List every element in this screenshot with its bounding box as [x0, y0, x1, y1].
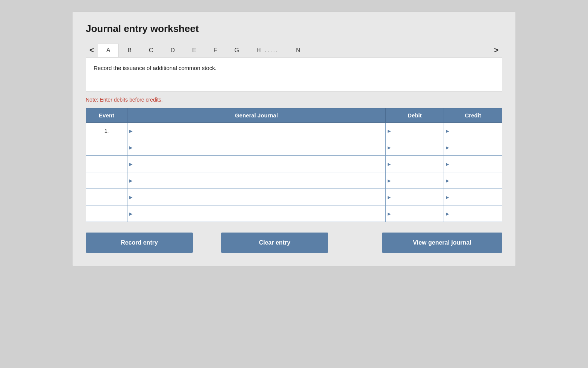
debit-input-6[interactable]	[388, 205, 441, 222]
credit-cell-3[interactable]	[444, 156, 502, 172]
journal-input-4[interactable]	[130, 172, 383, 189]
page-title: Journal entry worksheet	[86, 23, 502, 35]
debit-input-4[interactable]	[388, 172, 441, 189]
debit-cell-6[interactable]	[386, 205, 444, 222]
debit-cell-3[interactable]	[386, 156, 444, 172]
header-event: Event	[86, 108, 127, 123]
description-box: Record the issuance of additional common…	[86, 58, 502, 91]
credit-input-3[interactable]	[446, 156, 500, 172]
note-text: Note: Enter debits before credits.	[86, 97, 502, 103]
next-arrow[interactable]: >	[490, 43, 502, 58]
tab-e[interactable]: E	[183, 44, 205, 57]
credit-cell-1[interactable]	[444, 123, 502, 139]
table-row	[86, 172, 502, 189]
table-row	[86, 189, 502, 205]
header-credit: Credit	[444, 108, 502, 123]
table-row: 1.	[86, 123, 502, 139]
journal-cell-6[interactable]	[127, 205, 386, 222]
credit-input-1[interactable]	[446, 123, 500, 139]
credit-input-5[interactable]	[446, 189, 500, 205]
table-row	[86, 156, 502, 172]
tab-c[interactable]: C	[140, 44, 162, 57]
tab-h-dots[interactable]: H .....	[248, 44, 287, 57]
prev-arrow[interactable]: <	[86, 43, 98, 58]
debit-input-3[interactable]	[388, 156, 441, 172]
tab-b[interactable]: B	[119, 44, 140, 57]
debit-cell-5[interactable]	[386, 189, 444, 205]
credit-cell-4[interactable]	[444, 172, 502, 189]
header-journal: General Journal	[127, 108, 386, 123]
event-cell-4	[86, 172, 127, 189]
credit-cell-2[interactable]	[444, 139, 502, 156]
debit-cell-1[interactable]	[386, 123, 444, 139]
credit-input-6[interactable]	[446, 205, 500, 222]
journal-cell-3[interactable]	[127, 156, 386, 172]
journal-cell-1[interactable]	[127, 123, 386, 139]
journal-input-5[interactable]	[130, 189, 383, 205]
credit-input-2[interactable]	[446, 139, 500, 155]
credit-cell-5[interactable]	[444, 189, 502, 205]
event-cell-1: 1.	[86, 123, 127, 139]
tabs-row: < A B C D E F G H ..... N >	[86, 43, 502, 58]
description-text: Record the issuance of additional common…	[94, 65, 217, 71]
event-cell-5	[86, 189, 127, 205]
debit-input-2[interactable]	[388, 139, 441, 155]
journal-input-6[interactable]	[130, 205, 383, 222]
table-row	[86, 139, 502, 156]
event-cell-2	[86, 139, 127, 156]
record-entry-button[interactable]: Record entry	[86, 233, 193, 253]
credit-cell-6[interactable]	[444, 205, 502, 222]
tab-f[interactable]: F	[205, 44, 226, 57]
debit-cell-2[interactable]	[386, 139, 444, 156]
journal-cell-5[interactable]	[127, 189, 386, 205]
debit-input-1[interactable]	[388, 123, 441, 139]
tab-a[interactable]: A	[98, 44, 119, 57]
journal-input-2[interactable]	[130, 139, 383, 155]
event-cell-6	[86, 205, 127, 222]
journal-input-3[interactable]	[130, 156, 383, 172]
credit-input-4[interactable]	[446, 172, 500, 189]
debit-cell-4[interactable]	[386, 172, 444, 189]
tab-n[interactable]: N	[287, 44, 309, 57]
tab-d[interactable]: D	[162, 44, 184, 57]
view-general-journal-button[interactable]: View general journal	[382, 233, 502, 253]
journal-table: Event General Journal Debit Credit 1.	[86, 108, 502, 222]
table-row	[86, 205, 502, 222]
journal-input-1[interactable]	[130, 123, 383, 139]
tab-g[interactable]: G	[226, 44, 248, 57]
main-container: Journal entry worksheet < A B C D E F G …	[72, 11, 516, 266]
journal-cell-4[interactable]	[127, 172, 386, 189]
journal-cell-2[interactable]	[127, 139, 386, 156]
buttons-row: Record entry Clear entry View general jo…	[86, 233, 502, 253]
clear-entry-button[interactable]: Clear entry	[221, 233, 328, 253]
header-debit: Debit	[386, 108, 444, 123]
debit-input-5[interactable]	[388, 189, 441, 205]
event-cell-3	[86, 156, 127, 172]
